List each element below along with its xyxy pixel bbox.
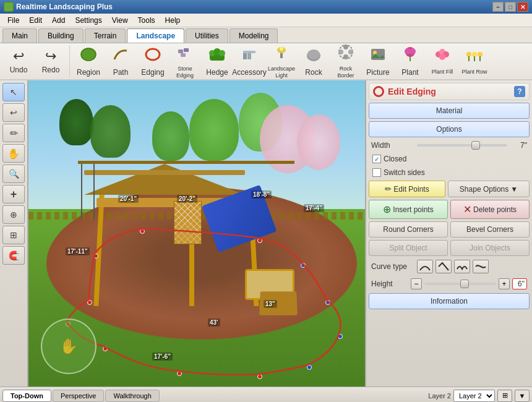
- edging-icon: [144, 46, 161, 67]
- svg-rect-35: [468, 56, 470, 61]
- svg-point-32: [466, 52, 471, 57]
- height-slider[interactable]: [424, 283, 496, 285]
- tab-utilities[interactable]: Utilities: [186, 28, 228, 43]
- path-button[interactable]: Path: [106, 46, 135, 77]
- picture-button[interactable]: Picture: [363, 46, 393, 77]
- canvas-area[interactable]: 20'-1" 20'-2" 18'-8" 17'-4" 17'-11" 43' …: [28, 80, 365, 387]
- ctrl-point-11[interactable]: [140, 229, 145, 234]
- ctrl-point-5[interactable]: [257, 374, 262, 379]
- width-slider[interactable]: [417, 144, 507, 147]
- redo-icon: ↪: [45, 48, 56, 64]
- curve-btn-4[interactable]: [473, 260, 489, 273]
- options-button[interactable]: Options: [369, 121, 530, 137]
- undo-button[interactable]: ↩ Undo: [4, 46, 33, 77]
- curve-btn-2[interactable]: [435, 260, 452, 273]
- tab-terrain[interactable]: Terrain: [85, 28, 126, 43]
- ctrl-point-8[interactable]: [325, 300, 330, 305]
- layer-btn-2[interactable]: ▼: [515, 390, 530, 402]
- tab-main[interactable]: Main: [2, 28, 37, 43]
- redo-button[interactable]: ↪ Redo: [36, 46, 66, 77]
- close-button[interactable]: ✕: [517, 2, 528, 12]
- ctrl-point-12[interactable]: [93, 254, 98, 259]
- rock-border-button[interactable]: Rock Border: [331, 46, 361, 77]
- height-slider-thumb[interactable]: [460, 280, 469, 288]
- zoomin-tool-button[interactable]: +: [2, 185, 25, 203]
- hand-tool-button[interactable]: ✋: [2, 144, 25, 163]
- insert-points-button[interactable]: ⊕ Insert points: [369, 200, 448, 219]
- select-tool-button[interactable]: ↖: [2, 83, 25, 101]
- landscape-light-button[interactable]: Landscape Light: [267, 46, 296, 77]
- view-tab-perspective[interactable]: Perspective: [53, 390, 104, 402]
- view-tab-topdown[interactable]: Top-Down: [2, 390, 51, 402]
- menu-help[interactable]: Help: [160, 15, 186, 26]
- plant-fill-button[interactable]: Plant Fill: [427, 46, 457, 77]
- toolbar: ↩ Undo ↪ Redo Region Path Edging: [0, 43, 532, 80]
- maximize-button[interactable]: □: [505, 2, 516, 12]
- switch-sides-checkbox[interactable]: [372, 168, 381, 177]
- redo-label: Redo: [42, 66, 60, 74]
- ctrl-point-7[interactable]: [338, 334, 343, 339]
- split-object-button[interactable]: Split Object: [369, 240, 448, 256]
- svg-rect-2: [178, 49, 183, 53]
- curve-btn-3[interactable]: [454, 260, 470, 273]
- tab-building[interactable]: Building: [38, 28, 84, 43]
- plant-button[interactable]: Plant: [395, 46, 425, 77]
- magnet-tool-button[interactable]: 🧲: [2, 246, 25, 265]
- tab-modeling[interactable]: Modeling: [230, 28, 278, 43]
- round-corners-button[interactable]: Round Corners: [369, 221, 448, 237]
- curve-btn-1[interactable]: [417, 260, 433, 273]
- closed-checkbox[interactable]: ✓: [372, 155, 381, 163]
- ctrl-point-10[interactable]: [257, 238, 262, 243]
- height-increase-button[interactable]: +: [499, 278, 510, 289]
- undo-tool-button[interactable]: ↩: [2, 103, 25, 122]
- accessory-button[interactable]: Accessory: [234, 46, 264, 77]
- menu-tools[interactable]: Tools: [133, 15, 160, 26]
- plant-row-button[interactable]: Plant Row: [460, 46, 489, 77]
- svg-point-21: [343, 54, 348, 59]
- edit-points-button[interactable]: ✏ Edit Points: [369, 181, 445, 197]
- minimize-button[interactable]: –: [492, 2, 504, 12]
- layer-btn-1[interactable]: ⊞: [497, 390, 512, 402]
- view-tab-walkthrough[interactable]: Walkthrough: [105, 390, 159, 402]
- grid-tool-button[interactable]: ⊞: [2, 226, 25, 244]
- stone-edging-button[interactable]: Stone Edging: [170, 46, 200, 77]
- join-objects-button[interactable]: Join Objects: [450, 240, 530, 256]
- ctrl-point-6[interactable]: [307, 365, 312, 370]
- measure-6: 43': [208, 319, 220, 327]
- split-object-label: Split Object: [389, 244, 427, 252]
- draw-tool-button[interactable]: ✏: [2, 124, 25, 142]
- edit-points-row: ✏ Edit Points Shape Options ▼: [369, 181, 530, 197]
- ctrl-point-1[interactable]: [87, 300, 92, 305]
- menu-edit[interactable]: Edit: [24, 15, 47, 26]
- bevel-corners-button[interactable]: Bevel Corners: [450, 221, 530, 237]
- layer-select[interactable]: Layer 1 Layer 2 Layer 3: [453, 390, 495, 402]
- playground-structure: [78, 164, 294, 306]
- menu-file[interactable]: File: [2, 15, 24, 26]
- menu-settings[interactable]: Settings: [70, 15, 106, 26]
- material-button[interactable]: Material: [369, 103, 530, 119]
- tab-landscape[interactable]: Landscape: [127, 28, 184, 43]
- ctrl-point-3[interactable]: [103, 346, 108, 351]
- main-area: ↖ ↩ ✏ ✋ 🔍 + ⊕ ⊞ 🧲: [0, 80, 532, 387]
- split-join-row: Split Object Join Objects: [369, 240, 530, 256]
- help-button[interactable]: ?: [514, 86, 525, 97]
- shape-options-button[interactable]: Shape Options ▼: [448, 181, 530, 197]
- menu-add[interactable]: Add: [47, 15, 70, 26]
- menu-view[interactable]: View: [107, 15, 133, 26]
- orbit-tool-button[interactable]: ⊕: [2, 205, 25, 224]
- width-slider-thumb[interactable]: [471, 141, 480, 150]
- hedge-button[interactable]: Hedge: [202, 46, 232, 77]
- svg-rect-11: [243, 51, 255, 53]
- ctrl-point-9[interactable]: [301, 263, 306, 268]
- zoom-tool-button[interactable]: 🔍: [2, 165, 25, 183]
- edging-header-icon: [373, 86, 384, 97]
- delete-points-button[interactable]: ✕ Delete points: [450, 200, 530, 219]
- height-decrease-button[interactable]: −: [411, 278, 422, 289]
- ctrl-point-4[interactable]: [177, 371, 182, 376]
- edging-button[interactable]: Edging: [138, 46, 168, 77]
- height-row: Height − + 6": [369, 277, 530, 291]
- information-button[interactable]: Information: [369, 293, 530, 309]
- landscape-light-icon: [273, 43, 290, 64]
- region-button[interactable]: Region: [74, 46, 103, 77]
- rock-button[interactable]: Rock: [299, 46, 328, 77]
